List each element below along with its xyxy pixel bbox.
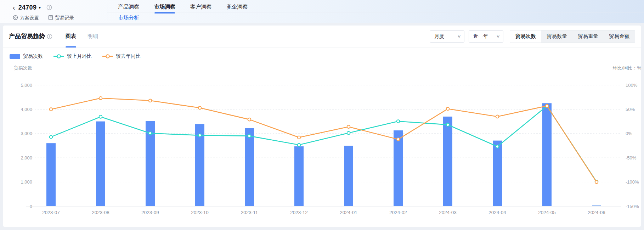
point-较上月环比-2023-08[interactable] — [99, 115, 102, 118]
chevron-down-icon: ∨ — [457, 34, 461, 39]
left-axis-tick: 2,000 — [21, 155, 32, 161]
bar-2024-03[interactable] — [443, 117, 452, 206]
point-较去年同比-2023-11[interactable] — [248, 118, 251, 121]
trend-panel: 产品贸易趋势 图表明细 月度∨ 近一年∨ 贸易次数贸易数量贸易重量贸易金额 贸易… — [3, 26, 641, 227]
x-axis-label: 2024-03 — [439, 210, 457, 215]
bar-2024-04[interactable] — [493, 141, 502, 206]
x-axis-label: 2024-02 — [389, 210, 407, 215]
point-较去年同比-2024-01[interactable] — [347, 125, 350, 128]
bar-2024-05[interactable] — [542, 103, 552, 206]
chart-svg: 贸易次数环比/同比：%0-150%1,000-100%2,000-50%3,00… — [6, 62, 641, 222]
point-较去年同比-2023-10[interactable] — [198, 106, 201, 109]
point-较去年同比-2023-08[interactable] — [99, 97, 102, 100]
right-axis-tick: 0% — [626, 131, 632, 136]
scheme-settings-button[interactable]: 方案设置 — [13, 15, 39, 21]
x-axis-label: 2024-01 — [340, 210, 357, 215]
view-tab-明细[interactable]: 明细 — [87, 26, 98, 47]
right-axis-tick: -150% — [626, 204, 639, 209]
point-较上月环比-2024-04[interactable] — [496, 145, 499, 148]
legend-item-贸易次数[interactable]: 贸易次数 — [10, 53, 43, 60]
main-tab-市场洞察[interactable]: 市场洞察 — [154, 4, 175, 13]
bar-2023-08[interactable] — [96, 122, 105, 206]
metric-button-贸易数量[interactable]: 贸易数量 — [541, 30, 572, 43]
panel-title: 产品贸易趋势 — [9, 32, 45, 40]
right-axis-title: 环比/同比：% — [612, 65, 641, 71]
back-icon[interactable]: ‹ — [13, 4, 15, 11]
chart-legend: 贸易次数较上月环比较去年同比 — [3, 47, 641, 60]
left-axis-tick: 4,000 — [21, 107, 32, 112]
bar-2024-01[interactable] — [344, 146, 353, 206]
panel-info-icon[interactable] — [47, 34, 52, 39]
main-tabs: 产品洞察市场洞察客户洞察竞企洞察 — [107, 0, 644, 12]
point-较去年同比-2023-12[interactable] — [298, 136, 300, 139]
point-较去年同比-2024-04[interactable] — [496, 115, 499, 118]
document-icon — [48, 15, 53, 21]
right-axis-tick: 100% — [626, 83, 638, 88]
legend-bar-swatch — [10, 54, 20, 59]
bar-2023-07[interactable] — [46, 143, 56, 206]
bar-2024-06[interactable] — [592, 205, 601, 206]
trade-record-button[interactable]: 贸易记录 — [48, 15, 74, 21]
settings-icon — [13, 15, 18, 21]
legend-item-较上月环比[interactable]: 较上月环比 — [53, 53, 92, 60]
legend-item-较去年同比[interactable]: 较去年同比 — [102, 53, 141, 60]
metric-button-贸易金额[interactable]: 贸易金额 — [604, 30, 635, 43]
left-axis-tick: 1,000 — [21, 179, 32, 185]
x-axis-label: 2024-05 — [538, 210, 556, 215]
view-tab-图表[interactable]: 图表 — [66, 26, 76, 47]
header-toolbar: 方案设置贸易记录 — [13, 15, 107, 21]
point-较上月环比-2024-01[interactable] — [347, 131, 350, 134]
info-icon[interactable] — [46, 5, 52, 10]
left-axis-title: 贸易次数 — [14, 65, 32, 71]
point-较上月环比-2023-09[interactable] — [149, 132, 152, 135]
x-axis-label: 2024-06 — [588, 210, 605, 215]
point-较去年同比-2023-07[interactable] — [50, 108, 52, 111]
point-较上月环比-2023-07[interactable] — [50, 135, 52, 138]
legend-line-swatch — [102, 54, 113, 59]
top-header: ‹ 24709 ▼ 方案设置贸易记录 产品洞察市场洞察客户洞察竞企洞察 市场分析 — [0, 0, 644, 23]
point-较去年同比-2024-03[interactable] — [446, 107, 449, 110]
main-tab-客户洞察[interactable]: 客户洞察 — [190, 4, 211, 13]
point-较去年同比-2023-09[interactable] — [149, 99, 152, 102]
right-axis-tick: 50% — [626, 107, 635, 112]
header-left-block: ‹ 24709 ▼ 方案设置贸易记录 — [0, 0, 107, 23]
x-axis-label: 2023-10 — [191, 210, 209, 215]
panel-header: 产品贸易趋势 图表明细 月度∨ 近一年∨ 贸易次数贸易数量贸易重量贸易金额 — [3, 26, 641, 47]
view-tabs: 图表明细 — [66, 26, 109, 47]
page-title: 24709 — [18, 4, 37, 11]
point-较上月环比-2023-12[interactable] — [298, 143, 300, 146]
chevron-down-icon: ∨ — [496, 34, 500, 39]
point-较上月环比-2023-10[interactable] — [198, 134, 201, 137]
yoy-line — [51, 98, 597, 182]
caret-down-icon[interactable]: ▼ — [38, 6, 41, 10]
point-较去年同比-2024-02[interactable] — [397, 138, 400, 141]
bar-2024-02[interactable] — [394, 130, 403, 206]
point-较上月环比-2024-03[interactable] — [446, 123, 449, 126]
metric-button-贸易次数[interactable]: 贸易次数 — [510, 30, 541, 43]
x-axis-label: 2023-07 — [42, 210, 60, 215]
header-right-block: 产品洞察市场洞察客户洞察竞企洞察 市场分析 — [107, 0, 644, 23]
chart-area: 贸易次数环比/同比：%0-150%1,000-100%2,000-50%3,00… — [3, 60, 641, 223]
point-较上月环比-2023-11[interactable] — [248, 134, 251, 137]
main-tab-竞企洞察[interactable]: 竞企洞察 — [226, 4, 248, 13]
subtab-market-analysis[interactable]: 市场分析 — [118, 15, 139, 21]
period-select[interactable]: 月度∨ — [430, 30, 464, 43]
metric-button-贸易重量[interactable]: 贸易重量 — [572, 30, 604, 43]
app-root: ‹ 24709 ▼ 方案设置贸易记录 产品洞察市场洞察客户洞察竞企洞察 市场分析… — [0, 0, 644, 227]
main-tab-产品洞察[interactable]: 产品洞察 — [118, 4, 139, 13]
x-axis-label: 2023-12 — [290, 210, 308, 215]
left-axis-tick: 5,000 — [21, 83, 32, 88]
point-较去年同比-2024-06[interactable] — [595, 180, 598, 183]
left-axis-tick: 3,000 — [21, 131, 32, 136]
x-axis-label: 2023-11 — [241, 210, 258, 215]
vertical-divider — [59, 34, 59, 39]
x-axis-label: 2023-08 — [92, 210, 109, 215]
range-select[interactable]: 近一年∨ — [469, 30, 503, 43]
bar-2023-11[interactable] — [245, 128, 254, 206]
legend-line-swatch — [53, 54, 64, 59]
bar-2023-12[interactable] — [294, 146, 304, 206]
point-较去年同比-2024-05[interactable] — [546, 105, 548, 107]
x-axis-label: 2023-09 — [141, 210, 159, 215]
x-axis-label: 2024-04 — [488, 210, 506, 215]
point-较上月环比-2024-02[interactable] — [397, 120, 400, 123]
